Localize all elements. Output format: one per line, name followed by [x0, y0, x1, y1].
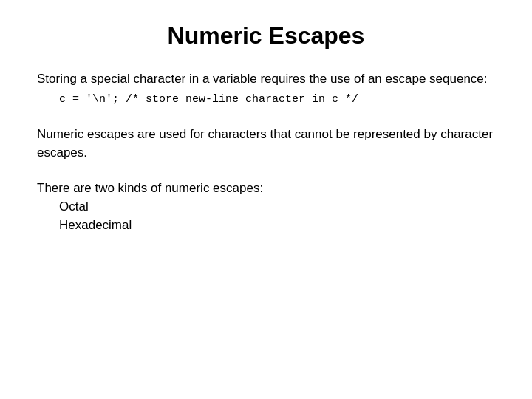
section-intro: Storing a special character in a variabl… — [37, 70, 495, 108]
two-kinds-text: There are two kinds of numeric escapes: — [37, 180, 495, 198]
list-item-hexadecimal: Hexadecimal — [59, 216, 495, 235]
section-numeric-escapes: Numeric escapes are used for characters … — [37, 126, 495, 162]
list-item-octal: Octal — [59, 198, 495, 216]
section-two-kinds: There are two kinds of numeric escapes: … — [37, 180, 495, 234]
page-container: Numeric Escapes Storing a special charac… — [0, 0, 532, 399]
code-example: c = '\n'; /* store new-line character in… — [59, 92, 495, 109]
page-title: Numeric Escapes — [37, 22, 495, 50]
numeric-escapes-text: Numeric escapes are used for characters … — [37, 126, 495, 162]
kinds-list: Octal Hexadecimal — [59, 198, 495, 234]
intro-text: Storing a special character in a variabl… — [37, 70, 495, 89]
